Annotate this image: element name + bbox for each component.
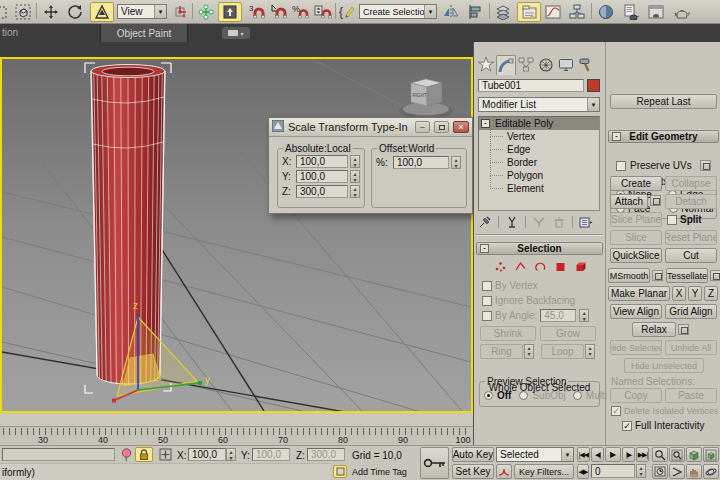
go-to-end-button[interactable]: ▶▶| [636,447,649,462]
notification-balloon-icon[interactable] [120,448,133,462]
dialog-y-spinner[interactable] [350,170,360,183]
tab-create[interactable] [476,55,496,75]
edit-named-selection-sets-icon[interactable]: { [337,3,357,21]
previous-frame-button[interactable]: ◀| [591,447,604,462]
make-planar-button[interactable]: Make Planar [608,286,670,301]
cut-button[interactable]: Cut [665,248,717,263]
edge-mode-icon[interactable] [514,260,527,273]
hide-unselected-button[interactable]: Hide Unselected [624,358,704,373]
ignore-backfacing-checkbox[interactable]: Ignore Backfacing [482,295,575,306]
key-filters-button[interactable]: Key Filters... [514,464,574,479]
named-selection-set-dropdown[interactable]: Create Selection Se [359,4,437,19]
tab-utilities[interactable] [576,55,596,75]
slice-plane-button[interactable]: Slice Plane [610,212,662,227]
select-and-scale-icon[interactable] [90,2,114,22]
dialog-y-field[interactable]: 100,0 [296,170,348,183]
split-checkbox[interactable] [667,215,677,225]
selection-rollout-header[interactable]: Selection [476,242,603,255]
select-and-manipulate-icon[interactable] [196,3,216,21]
reset-plane-button[interactable]: Reset Plane [665,230,717,245]
select-region-icon[interactable] [0,3,10,21]
preserve-uvs-checkbox[interactable] [616,161,626,171]
loop-spinner[interactable] [585,344,595,359]
align-icon[interactable] [465,3,485,21]
select-and-rotate-icon[interactable] [65,3,85,21]
pin-stack-icon[interactable] [478,216,492,229]
show-end-result-icon[interactable] [505,216,519,229]
zoom-extents-button[interactable] [686,447,702,462]
grow-button[interactable]: Grow [540,326,596,341]
make-planar-z-button[interactable]: Z [704,286,718,301]
render-production-icon[interactable] [672,3,692,21]
tab-hierarchy[interactable] [516,55,536,75]
dialog-pct-spinner[interactable] [451,156,461,169]
dialog-x-spinner[interactable] [350,155,360,168]
absolute-mode-transform-icon[interactable] [156,447,174,462]
make-planar-y-button[interactable]: Y [688,286,702,301]
checkbox-box[interactable] [482,281,492,291]
checkbox-box[interactable] [482,296,492,306]
keyboard-override-toggle[interactable] [218,2,242,22]
hide-selected-button[interactable]: Hide Selected [610,340,662,355]
graphite-ribbon-toggle[interactable] [517,2,541,22]
edit-geometry-rollout-header[interactable]: Edit Geometry [608,130,719,143]
mirror-icon[interactable] [441,3,461,21]
dialog-pct-field[interactable]: 100,0 [393,156,449,169]
auto-key-button[interactable]: Auto Key [452,447,494,462]
key-set-dropdown[interactable]: Selected [496,447,574,462]
render-setup-icon[interactable] [622,3,642,21]
minimize-button[interactable]: – [415,121,430,133]
dialog-x-field[interactable]: 100,0 [296,155,348,168]
attach-button[interactable]: Attach [610,194,648,209]
view-align-button[interactable]: View Align [610,304,662,319]
polygon-mode-icon[interactable] [554,260,567,273]
ring-spinner[interactable] [524,344,534,359]
snaps-toggle-icon[interactable]: 3 [247,3,267,21]
frame-spinner[interactable] [636,464,646,478]
key-mode-toggle[interactable]: ◀▶ [577,464,589,479]
reference-coordinate-dropdown[interactable]: View [117,4,167,19]
close-button[interactable]: × [453,121,469,133]
current-frame-field[interactable]: 0 [591,464,635,478]
zoom-all-button[interactable] [669,447,685,462]
tessellate-settings-button[interactable] [710,270,720,281]
add-time-tag[interactable]: Add Time Tag [352,467,407,477]
orbit-button[interactable] [703,464,719,479]
object-color-swatch[interactable] [587,79,600,92]
relax-settings-button[interactable] [678,324,689,335]
relax-button[interactable]: Relax [632,322,676,337]
mini-listener-field[interactable] [2,448,115,461]
zoom-region-button[interactable] [669,464,685,479]
detach-button[interactable]: Detach [665,194,717,209]
tab-display[interactable] [556,55,576,75]
go-to-start-button[interactable]: |◀◀ [577,447,590,462]
material-editor-icon[interactable] [596,3,616,21]
modifier-list-dropdown[interactable]: Modifier List [478,97,600,112]
attach-settings-button[interactable] [650,195,661,206]
time-slider[interactable] [0,413,473,427]
percent-snap-icon[interactable]: % [291,3,311,21]
status-x-field[interactable]: 100,0 [188,448,226,461]
vertex-mode-icon[interactable] [494,260,507,273]
by-angle-checkbox[interactable] [482,311,492,321]
time-configuration-button[interactable] [652,464,668,479]
collapse-box-icon[interactable]: - [481,119,490,128]
set-key-button[interactable]: Set Key [452,464,494,479]
status-z-field[interactable]: 300,0 [307,448,345,461]
tessellate-button[interactable]: Tessellate [666,268,708,283]
zoom-extents-all-button[interactable] [703,447,719,462]
msmooth-button[interactable]: MSmooth [608,268,650,283]
select-and-move-icon[interactable] [41,3,61,21]
next-frame-button[interactable]: |▶ [622,447,635,462]
maximize-button[interactable] [434,121,449,133]
shrink-button[interactable]: Shrink [480,326,536,341]
border-mode-icon[interactable] [534,260,547,273]
quickslice-button[interactable]: QuickSlice [610,248,662,263]
delete-isolated-checkbox[interactable] [611,406,621,416]
curve-editor-icon[interactable] [543,3,563,21]
create-button[interactable]: Create [610,176,662,191]
collapse-button[interactable]: Collapse [665,176,717,191]
adaptive-degradation-toggle[interactable] [333,465,347,478]
status-x-spinner[interactable] [226,448,236,461]
paste-button[interactable]: Paste [665,388,717,403]
